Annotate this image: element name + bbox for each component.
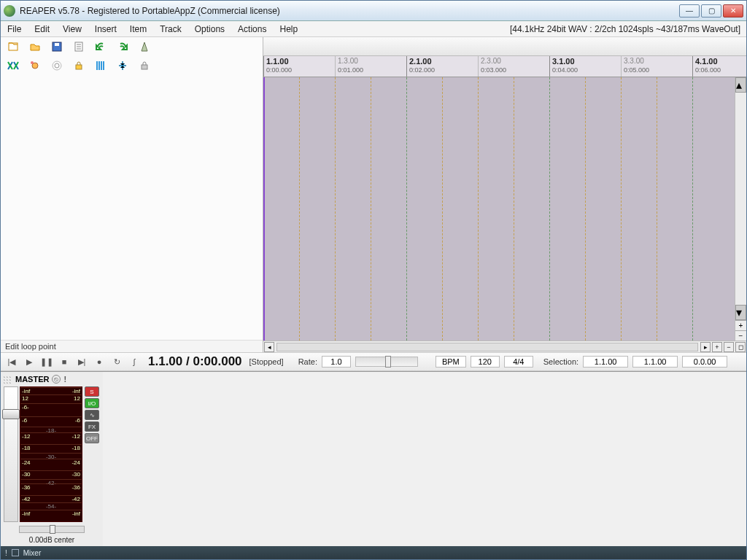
auto-crossfade-icon[interactable] [7, 59, 20, 72]
hzoom-in[interactable]: + [712, 342, 722, 352]
lock-icon[interactable] [72, 59, 85, 72]
envelope-icon[interactable] [28, 59, 42, 72]
fader-cap[interactable] [2, 409, 20, 419]
timecode-display[interactable]: 1.1.00 / 0:00.000 [145, 354, 245, 369]
titlebar: REAPER v5.78 - Registered to PortableApp… [1, 1, 746, 21]
ruler-tick: 3.3.000:05.000 [621, 56, 622, 77]
open-project-icon[interactable] [28, 40, 42, 53]
statusbar-mixer-label[interactable]: Mixer [23, 549, 41, 557]
undo-icon[interactable] [94, 40, 107, 53]
app-icon [4, 5, 15, 17]
menu-insert[interactable]: Insert [88, 23, 123, 36]
hscroll-right[interactable]: ▸ [700, 342, 711, 352]
item-lock-icon[interactable] [138, 59, 151, 72]
meter-tick: -12-12 [20, 432, 82, 440]
go-to-end-button[interactable]: ▶| [75, 355, 88, 368]
menu-view[interactable]: View [56, 23, 88, 36]
snap-icon[interactable] [116, 59, 129, 72]
menu-item[interactable]: Item [123, 23, 153, 36]
new-project-icon[interactable] [7, 40, 20, 53]
rate-slider[interactable] [355, 357, 418, 367]
gridline [478, 77, 479, 341]
work-area: Edit loop point 1.1.000:00.0001.3.000:01… [1, 37, 746, 352]
play-cursor[interactable] [263, 77, 265, 341]
play-button[interactable]: ▶ [23, 355, 36, 368]
master-pan-slider[interactable] [19, 526, 85, 533]
stop-button[interactable]: ■ [58, 355, 71, 368]
hscroll-left[interactable]: ◂ [264, 342, 274, 352]
master-track: MASTER ⦸ ! -inf-inf1212-6--6-6-18--12-12… [1, 372, 103, 546]
minimize-button[interactable]: — [679, 4, 700, 18]
rate-slider-knob[interactable] [385, 356, 391, 368]
svg-rect-2 [55, 43, 59, 46]
grip-icon[interactable] [4, 375, 12, 384]
envelope-bypass-button[interactable]: ∫ [128, 355, 141, 368]
menu-edit[interactable]: Edit [28, 23, 56, 36]
master-warn-icon[interactable]: ! [63, 375, 66, 384]
grid-lines-icon[interactable] [94, 59, 107, 72]
menu-help[interactable]: Help [273, 23, 304, 36]
repeat-button[interactable]: ↻ [110, 355, 123, 368]
master-pan [2, 524, 101, 535]
master-fx-chip[interactable]: FX [85, 421, 99, 432]
vscroll-down[interactable]: ▾ [735, 305, 746, 320]
master-off-chip[interactable]: OFF [85, 433, 99, 443]
mixer-empty-area[interactable] [103, 372, 746, 546]
vscroll-track[interactable] [735, 93, 746, 305]
master-io-chip[interactable]: I/O [85, 398, 99, 408]
metronome-icon[interactable] [138, 40, 151, 53]
master-solo-chip[interactable]: S [85, 386, 99, 397]
maximize-button[interactable]: ▢ [701, 4, 721, 18]
pan-knob[interactable] [50, 525, 55, 534]
meter-tick: -30-30 [20, 470, 82, 478]
selection-end-field[interactable]: 1.1.00 [632, 356, 678, 368]
redo-icon[interactable] [116, 40, 129, 53]
hscroll-track[interactable] [276, 343, 698, 351]
timesig-field[interactable]: 4/4 [504, 356, 533, 368]
track-control-panel: Edit loop point [1, 37, 263, 352]
vertical-scrollbar[interactable]: ▴ ▾ + − [735, 77, 746, 341]
vscroll-up[interactable]: ▴ [735, 77, 746, 93]
timeline-ruler[interactable]: 1.1.000:00.0001.3.000:01.0002.1.000:02.0… [263, 56, 746, 77]
go-to-start-button[interactable]: |◀ [5, 355, 18, 368]
statusbar-exclam-icon[interactable]: ! [5, 549, 7, 557]
master-mono-icon[interactable]: ⦸ [52, 375, 61, 384]
master-fader[interactable] [4, 386, 18, 522]
menu-actions[interactable]: Actions [231, 23, 273, 36]
gridline [514, 77, 514, 341]
hzoom-toggle[interactable]: ◻ [735, 342, 746, 352]
record-button[interactable]: ● [93, 355, 106, 368]
menu-track[interactable]: Track [153, 23, 188, 36]
meter-tick: -inf-inf [20, 510, 82, 517]
ruler-tick: 3.1.000:04.000 [549, 56, 550, 77]
audio-device-status[interactable]: [44.1kHz 24bit WAV : 2/2ch 1024spls ~43/… [510, 24, 746, 34]
selection-start-field[interactable]: 1.1.00 [583, 356, 628, 368]
master-env-chip[interactable]: ∿ [85, 410, 99, 420]
transport-state: [Stopped] [249, 357, 284, 366]
ruler-tick: 2.3.000:03.000 [478, 56, 479, 77]
ripple-edit-icon[interactable] [50, 59, 63, 72]
tooltip-hint: Edit loop point [1, 340, 263, 352]
hzoom-out[interactable]: − [724, 342, 734, 352]
project-settings-icon[interactable] [72, 40, 85, 53]
meter-tick: -24-24 [20, 459, 82, 466]
close-button[interactable]: ✕ [723, 4, 743, 18]
vzoom-out[interactable]: − [735, 330, 746, 341]
track-list-empty[interactable] [1, 75, 263, 340]
master-vu-meter[interactable]: -inf-inf1212-6--6-6-18--12-12-18-18-30--… [20, 386, 82, 522]
gridline [335, 77, 336, 341]
bpm-field[interactable]: 120 [471, 356, 500, 368]
statusbar-close-icon[interactable] [12, 549, 19, 556]
menu-file[interactable]: File [1, 23, 28, 36]
menubar: File Edit View Insert Item Track Options… [1, 21, 746, 37]
vzoom-in[interactable]: + [735, 320, 746, 330]
menu-options[interactable]: Options [188, 23, 231, 36]
rate-field[interactable]: 1.0 [322, 356, 351, 368]
gridline [585, 77, 586, 341]
save-project-icon[interactable] [50, 40, 63, 53]
pause-button[interactable]: ❚❚ [40, 355, 53, 368]
svg-point-7 [53, 61, 61, 70]
selection-length-field[interactable]: 0.0.00 [682, 356, 727, 368]
arrange-panel: 1.1.000:00.0001.3.000:01.0002.1.000:02.0… [263, 37, 746, 352]
arrange-view[interactable]: ▴ ▾ + − [263, 77, 746, 341]
